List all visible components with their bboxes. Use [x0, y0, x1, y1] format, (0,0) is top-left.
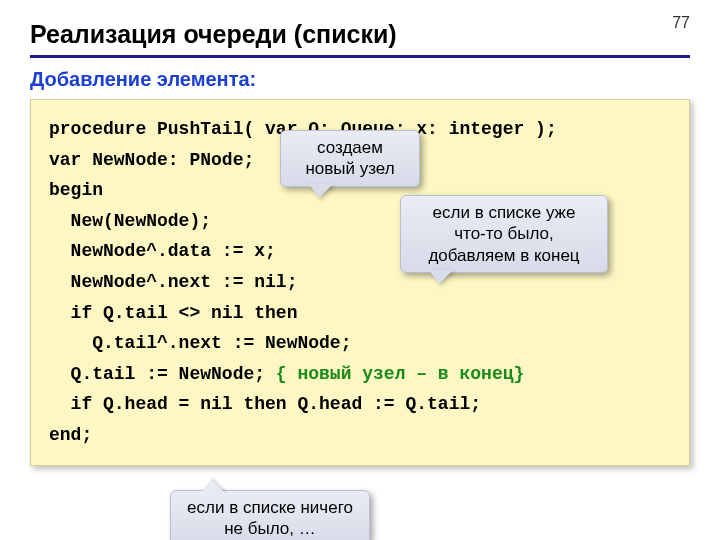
code-line: begin: [49, 180, 103, 200]
page-number: 77: [672, 14, 690, 32]
callout-append-tail: если в списке уже что-то было, добавляем…: [400, 195, 608, 273]
code-line: NewNode^.data := x;: [49, 241, 276, 261]
callout-empty-list: если в списке ничего не было, …: [170, 490, 370, 540]
callout-new-node: создаем новый узел: [280, 130, 420, 187]
code-line: end;: [49, 425, 92, 445]
slide-subtitle: Добавление элемента:: [30, 68, 690, 91]
code-line: if Q.head = nil then Q.head := Q.tail;: [49, 394, 481, 414]
code-line: Q.tail := NewNode;: [49, 364, 276, 384]
code-line: if Q.tail <> nil then: [49, 303, 297, 323]
slide-title: Реализация очереди (списки): [30, 20, 690, 58]
code-line: New(NewNode);: [49, 211, 211, 231]
slide: 77 Реализация очереди (списки) Добавлени…: [0, 0, 720, 540]
code-line: NewNode^.next := nil;: [49, 272, 297, 292]
code-line: Q.tail^.next := NewNode;: [49, 333, 351, 353]
code-line: var NewNode: PNode;: [49, 150, 254, 170]
code-comment: { новый узел – в конец}: [276, 364, 524, 384]
